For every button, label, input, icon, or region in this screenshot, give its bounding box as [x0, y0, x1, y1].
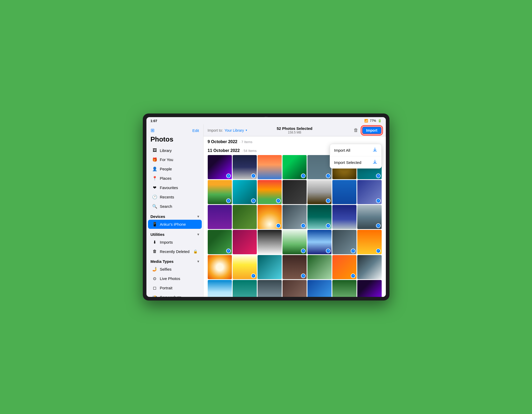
photo-cell[interactable]: ✓ [258, 180, 282, 204]
sidebar-item-selfies[interactable]: 🤳 Selfies [148, 265, 202, 274]
sidebar-item-iphone[interactable]: 📱 Ankur's iPhone [148, 220, 202, 229]
photo-cell[interactable]: ✓ [208, 180, 232, 204]
toolbar-center: 52 Photos Selected 158.5 MB [277, 126, 313, 134]
import-to-link[interactable]: Your Library [225, 128, 244, 132]
sidebar-item-live-photos-label: Live Photos [160, 276, 180, 281]
photo-cell[interactable]: ✓ [282, 155, 307, 179]
photo-cell[interactable]: ✓ [307, 155, 332, 179]
photo-cell[interactable] [233, 205, 257, 229]
photo-cell[interactable]: ✓ [307, 230, 332, 254]
sidebar-item-screenshots[interactable]: 📸 Screenshots [148, 293, 202, 297]
sidebar-item-portrait[interactable]: ◻ Portrait [148, 283, 202, 292]
photo-cell[interactable]: ✓ [282, 230, 307, 254]
import-button[interactable]: Import [362, 126, 382, 134]
import-to-chevron-icon[interactable]: ▾ [246, 129, 247, 132]
sidebar-item-favourites[interactable]: ❤ Favourites [148, 183, 202, 192]
status-right: 📶 77% 🔋 [364, 119, 381, 123]
sidebar-item-search[interactable]: 🔍 Search [148, 202, 202, 211]
search-icon: 🔍 [152, 204, 157, 209]
photo-cell[interactable]: ✓ [258, 205, 282, 229]
import-selected-option[interactable]: Import Selected [330, 156, 381, 168]
sidebar-item-recently-deleted[interactable]: 🗑 Recently Deleted 🔒 [148, 247, 202, 256]
photo-check-indicator: ✓ [276, 223, 281, 228]
photo-check-indicator: ✓ [226, 198, 231, 203]
photo-cell[interactable] [332, 205, 356, 229]
photo-cell[interactable]: ✓ [357, 205, 381, 229]
photo-check-indicator: ✓ [251, 173, 256, 178]
sidebar-edit-button[interactable]: Edit [192, 128, 199, 133]
section-header-devices[interactable]: Devices ▾ [146, 211, 203, 220]
photo-cell[interactable] [233, 230, 257, 254]
trash-button[interactable]: 🗑 [353, 126, 359, 134]
sidebar-item-for-you[interactable]: 🎁 For You [148, 155, 202, 164]
sidebar-item-library[interactable]: 🖼 Library [148, 146, 202, 155]
photo-cell[interactable]: ✓ [332, 230, 356, 254]
photo-cell[interactable]: ✓ [282, 205, 307, 229]
photo-cell[interactable]: ✓ [282, 255, 307, 279]
photo-cell[interactable]: ✓ [208, 230, 232, 254]
import-all-label: Import All [334, 148, 351, 152]
import-all-icon [373, 147, 377, 153]
sidebar-item-screenshots-label: Screenshots [160, 295, 181, 297]
sidebar-item-people[interactable]: 👤 People [148, 164, 202, 173]
photo-cell[interactable] [282, 280, 307, 297]
photo-cell[interactable]: ✓ [357, 280, 381, 297]
sidebar-item-recents[interactable]: 🕐 Recents [148, 192, 202, 202]
photo-cell[interactable]: ✓ [357, 230, 381, 254]
photo-cell[interactable]: ✓ [357, 180, 381, 204]
photo-cell[interactable]: ✓ [233, 180, 257, 204]
section-header-media-types[interactable]: Media Types ▾ [146, 256, 203, 265]
sidebar-item-places[interactable]: 📍 Places [148, 174, 202, 183]
photo-check-indicator: ✓ [301, 249, 306, 253]
sidebar: ⊞ Edit Photos 🖼 Library 🎁 For You 👤 Peop… [146, 124, 204, 297]
photo-cell[interactable] [332, 280, 356, 297]
places-icon: 📍 [152, 176, 157, 181]
media-types-chevron-icon: ▾ [197, 259, 199, 263]
photo-cell[interactable] [282, 180, 307, 204]
photo-cell[interactable]: ✓ [332, 255, 356, 279]
import-all-option[interactable]: Import All [330, 144, 381, 156]
photo-cell[interactable] [258, 230, 282, 254]
photo-cell[interactable]: ✓ [307, 180, 332, 204]
photo-cell[interactable] [258, 255, 282, 279]
photo-cell[interactable]: ✓ [233, 155, 257, 179]
sidebar-item-for-you-label: For You [160, 157, 173, 162]
import-to-label: Import to: [208, 128, 223, 132]
photo-cell[interactable] [307, 255, 332, 279]
toolbar: Import to: Your Library ▾ 52 Photos Sele… [204, 124, 386, 136]
status-bar: 1:07 ··· 📶 77% 🔋 [146, 117, 386, 124]
sidebar-item-portrait-label: Portrait [160, 286, 172, 290]
screenshots-icon: 📸 [152, 295, 157, 297]
photo-cell[interactable] [208, 255, 232, 279]
photo-cell[interactable] [332, 180, 356, 204]
for-you-icon: 🎁 [152, 157, 157, 162]
photo-cell[interactable]: ✓ [233, 280, 257, 297]
sidebar-item-search-label: Search [160, 204, 172, 209]
iphone-icon: 📱 [152, 222, 157, 227]
photo-cell[interactable] [258, 155, 282, 179]
sidebar-toggle-icon[interactable]: ⊞ [151, 128, 154, 133]
recents-icon: 🕐 [152, 195, 157, 199]
sidebar-item-live-photos[interactable]: ⊙ Live Photos [148, 274, 202, 283]
photo-cell[interactable]: ✓ [307, 205, 332, 229]
photo-check-indicator: ✓ [376, 173, 381, 178]
photo-cell[interactable] [208, 205, 232, 229]
sidebar-item-recents-label: Recents [160, 195, 174, 199]
date-title-1: 9 October 2022 [208, 139, 238, 144]
photo-cell[interactable]: ✓ [233, 255, 257, 279]
photo-check-indicator: ✓ [276, 198, 281, 203]
section-header-utilities[interactable]: Utilities ▾ [146, 229, 203, 238]
import-selected-icon [373, 159, 377, 165]
photo-check-indicator: ✓ [376, 198, 381, 203]
photo-cell[interactable]: ✓ [208, 155, 232, 179]
photo-check-indicator: ✓ [251, 273, 256, 278]
sidebar-item-imports[interactable]: ⬇ Imports [148, 238, 202, 247]
photo-cell[interactable] [258, 280, 282, 297]
sidebar-item-selfies-label: Selfies [160, 267, 172, 271]
photo-cell[interactable]: ✓ [208, 280, 232, 297]
sidebar-item-recently-deleted-label: Recently Deleted [160, 249, 190, 254]
photo-cell[interactable]: ✓ [307, 280, 332, 297]
photos-selected-size: 158.5 MB [277, 131, 313, 134]
utilities-chevron-icon: ▾ [197, 232, 199, 236]
photo-cell[interactable] [357, 255, 381, 279]
